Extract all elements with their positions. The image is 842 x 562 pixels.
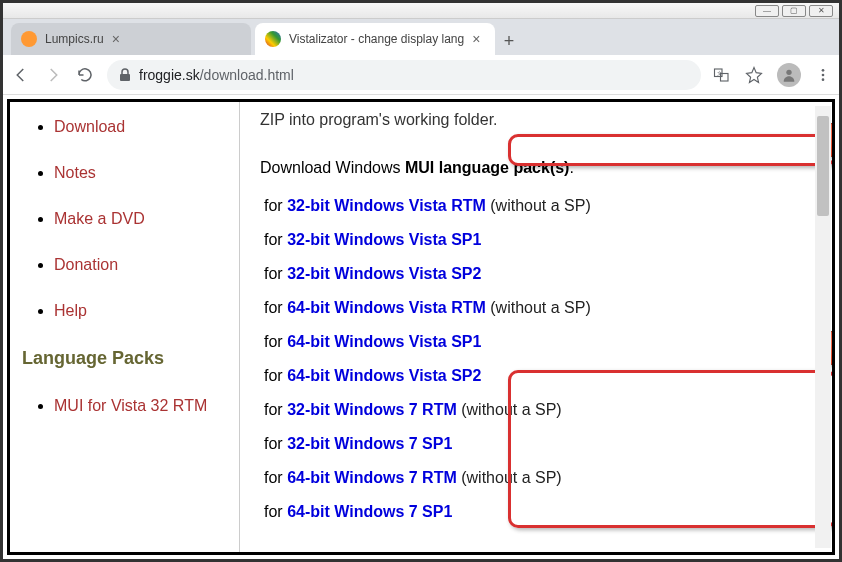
svg-text:文: 文 xyxy=(717,70,722,76)
svg-point-5 xyxy=(822,69,825,72)
download-line: for 32-bit Windows Vista RTM (without a … xyxy=(260,194,802,218)
close-button[interactable]: ✕ xyxy=(809,5,833,17)
url-path: /download.html xyxy=(200,67,294,83)
page-content: Download Notes Make a DVD Donation Help … xyxy=(3,95,839,559)
tab-close-icon[interactable]: × xyxy=(472,31,480,47)
tab-title: Lumpics.ru xyxy=(45,32,104,46)
download-link[interactable]: 64-bit Windows Vista RTM xyxy=(287,299,486,316)
sidebar-item-make-dvd[interactable]: Make a DVD xyxy=(54,210,145,227)
download-link[interactable]: 32-bit Windows Vista RTM xyxy=(287,197,486,214)
tab-vistalizator[interactable]: Vistalizator - change display lang × xyxy=(255,23,495,55)
sidebar-item-donation[interactable]: Donation xyxy=(54,256,118,273)
download-line: for 64-bit Windows 7 SP1 xyxy=(260,500,802,524)
sidebar-item-download[interactable]: Download xyxy=(54,118,125,135)
sidebar-heading: Language Packs xyxy=(22,348,231,369)
svg-point-4 xyxy=(786,69,791,74)
svg-point-7 xyxy=(822,78,825,81)
toolbar-right: 文 xyxy=(713,63,831,87)
download-line: for 64-bit Windows Vista SP1 xyxy=(260,330,802,354)
forward-button[interactable] xyxy=(43,65,63,85)
download-line: for 64-bit Windows Vista SP2 xyxy=(260,364,802,388)
download-heading: Download Windows MUI language pack(s): xyxy=(260,156,802,180)
download-link[interactable]: 64-bit Windows 7 SP1 xyxy=(287,503,452,520)
star-icon[interactable] xyxy=(745,66,763,84)
new-tab-button[interactable]: + xyxy=(495,27,523,55)
scroll-thumb[interactable] xyxy=(817,116,829,216)
translate-icon[interactable]: 文 xyxy=(713,66,731,84)
download-line: for 32-bit Windows 7 SP1 xyxy=(260,432,802,456)
download-line: for 32-bit Windows Vista SP2 xyxy=(260,262,802,286)
profile-avatar[interactable] xyxy=(777,63,801,87)
download-link[interactable]: 32-bit Windows Vista SP1 xyxy=(287,231,481,248)
back-button[interactable] xyxy=(11,65,31,85)
tab-close-icon[interactable]: × xyxy=(112,31,120,47)
download-link[interactable]: 64-bit Windows Vista SP1 xyxy=(287,333,481,350)
url-domain: froggie.sk xyxy=(139,67,200,83)
svg-point-6 xyxy=(822,73,825,76)
lock-icon xyxy=(119,68,131,82)
minimize-button[interactable]: — xyxy=(755,5,779,17)
tab-lumpics[interactable]: Lumpics.ru × xyxy=(11,23,251,55)
reload-button[interactable] xyxy=(75,65,95,85)
browser-window: — ▢ ✕ Lumpics.ru × Vistalizator - change… xyxy=(0,0,842,562)
download-line: for 32-bit Windows Vista SP1 xyxy=(260,228,802,252)
favicon-orange-icon xyxy=(21,31,37,47)
download-link[interactable]: 64-bit Windows Vista SP2 xyxy=(287,367,481,384)
favicon-flag-icon xyxy=(265,31,281,47)
maximize-button[interactable]: ▢ xyxy=(782,5,806,17)
download-link[interactable]: 32-bit Windows Vista SP2 xyxy=(287,265,481,282)
url-field[interactable]: froggie.sk/download.html xyxy=(107,60,701,90)
download-link[interactable]: 32-bit Windows 7 SP1 xyxy=(287,435,452,452)
sidebar-nav: Download Notes Make a DVD Donation Help … xyxy=(10,102,240,552)
window-titlebar: — ▢ ✕ xyxy=(3,3,839,19)
sidebar-item-notes[interactable]: Notes xyxy=(54,164,96,181)
download-line: for 64-bit Windows 7 RTM (without a SP) xyxy=(260,466,802,490)
tab-title: Vistalizator - change display lang xyxy=(289,32,464,46)
address-bar: froggie.sk/download.html 文 xyxy=(3,55,839,95)
vertical-scrollbar[interactable] xyxy=(815,106,831,548)
svg-rect-0 xyxy=(120,74,130,81)
menu-icon[interactable] xyxy=(815,67,831,83)
download-line: for 32-bit Windows 7 RTM (without a SP) xyxy=(260,398,802,422)
download-line: for 64-bit Windows Vista RTM (without a … xyxy=(260,296,802,320)
prev-paragraph-fragment: ZIP into program's working folder. xyxy=(260,108,802,132)
main-content: ZIP into program's working folder. Downl… xyxy=(240,102,832,552)
sidebar-item-mui-vista32[interactable]: MUI for Vista 32 RTM xyxy=(54,397,207,414)
sidebar-item-help[interactable]: Help xyxy=(54,302,87,319)
tab-strip: Lumpics.ru × Vistalizator - change displ… xyxy=(3,19,839,55)
download-link[interactable]: 64-bit Windows 7 RTM xyxy=(287,469,457,486)
download-link[interactable]: 32-bit Windows 7 RTM xyxy=(287,401,457,418)
